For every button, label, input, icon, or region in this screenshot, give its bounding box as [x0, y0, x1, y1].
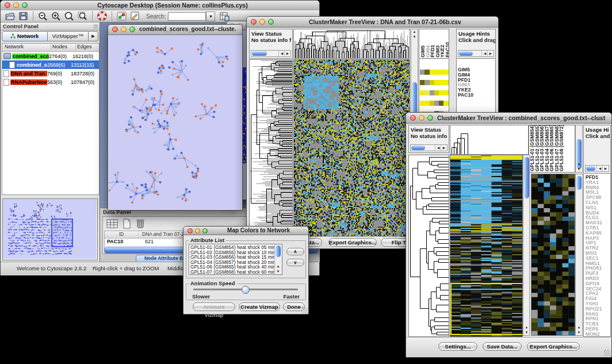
resize-grip[interactable]: [301, 307, 308, 313]
scroll-right-icon[interactable]: ▶: [441, 145, 447, 151]
column-label[interactable]: GPL51-08 (GSM872): [559, 125, 564, 171]
treeview-dna-titlebar[interactable]: ClusterMaker TreeView : DNA and Tran 07-…: [247, 17, 498, 28]
column-dendrogram-panel[interactable]: [293, 29, 410, 59]
zoom-button[interactable]: [427, 115, 433, 121]
scrollbar-thumb[interactable]: [411, 145, 425, 150]
dialog-titlebar[interactable]: Map Colors to Network: [183, 227, 308, 235]
scrollbar-thumb[interactable]: [252, 51, 267, 56]
scroll-down-icon[interactable]: ▼: [576, 167, 582, 172]
network-list-row[interactable]: combined_sco2569(6)13112(15): [2, 60, 99, 69]
scroll-up-icon[interactable]: ▲: [275, 264, 281, 269]
row-dendrogram-panel[interactable]: [249, 59, 293, 237]
close-button[interactable]: [188, 228, 193, 233]
table-grid-icon[interactable]: [106, 219, 118, 229]
minimize-button[interactable]: [195, 228, 200, 233]
column-labels-scrollbar[interactable]: ▲ ▼: [575, 125, 583, 173]
matrix-cell[interactable]: [420, 90, 424, 95]
scrollbar-thumb[interactable]: [459, 51, 473, 56]
move-down-button[interactable]: ∨: [286, 259, 304, 266]
scroll-up-icon[interactable]: ▲: [576, 325, 582, 330]
matrix-cell[interactable]: [439, 101, 443, 106]
birdseye-viewport-rect[interactable]: [51, 219, 73, 247]
close-button[interactable]: [251, 19, 257, 25]
zoom-heatmap-scrollbar[interactable]: ▲ ▼: [575, 174, 583, 336]
resize-grip[interactable]: [604, 350, 610, 356]
similarity-matrix-heatmap[interactable]: [420, 70, 449, 99]
import-table-icon[interactable]: [219, 11, 230, 21]
view-status-scrollbar[interactable]: ◀ ▶: [410, 144, 447, 151]
create-vizmap-button[interactable]: Create Vizmap: [239, 302, 280, 311]
matrix-cell[interactable]: [439, 90, 443, 95]
open-file-icon[interactable]: [5, 11, 16, 21]
row-dendrogram-canvas[interactable]: [409, 155, 449, 336]
attribute-list-scrollbar[interactable]: ▲ ▼: [274, 244, 282, 274]
close-button[interactable]: [112, 26, 118, 32]
matrix-cell[interactable]: [443, 101, 448, 106]
zoom-button[interactable]: [268, 19, 274, 25]
column-header-network[interactable]: Network: [2, 44, 51, 51]
export-graphics-button[interactable]: Export Graphics...: [527, 342, 580, 351]
scroll-up-icon[interactable]: ▲: [576, 162, 582, 167]
minimize-button[interactable]: [121, 26, 127, 32]
zoom-button[interactable]: [129, 26, 135, 32]
matrix-cell[interactable]: [430, 101, 434, 106]
cytoscape-titlebar[interactable]: Cytoscape Desktop (Session Name: collins…: [1, 1, 319, 11]
scroll-down-icon[interactable]: ▼: [411, 35, 418, 40]
minimize-button[interactable]: [419, 115, 424, 121]
column-dendrogram-canvas[interactable]: [450, 125, 528, 154]
birdseye-canvas[interactable]: [3, 199, 96, 259]
zoom-heatmap-canvas[interactable]: [531, 174, 575, 335]
scroll-up-icon[interactable]: ▲: [523, 325, 530, 330]
scroll-right-icon[interactable]: ▶: [284, 51, 290, 56]
attribute-listbox[interactable]: GPL51-01 (GSM854) heat shock 05 minGPL51…: [189, 244, 282, 275]
save-data-button[interactable]: Save Data...: [483, 342, 522, 351]
delete-attribute-trash-icon[interactable]: [135, 218, 146, 229]
matrix-cell[interactable]: [434, 80, 439, 85]
network-list-row[interactable]: combined_scores2764(0)16218(0): [2, 52, 99, 60]
scroll-right-icon[interactable]: ▶: [487, 51, 494, 56]
scrollbar-thumb[interactable]: [524, 157, 529, 198]
matrix-cell[interactable]: [424, 101, 429, 106]
network-list-row[interactable]: DNA and Tran 07769(0)183728(0): [2, 69, 99, 78]
column-dendrogram-panel[interactable]: [450, 125, 529, 155]
usage-hints-scrollbar[interactable]: ◀ ▶: [458, 50, 494, 57]
scrollbar-thumb[interactable]: [576, 176, 582, 190]
tab-network[interactable]: Network: [2, 31, 48, 41]
minimize-button[interactable]: [13, 2, 19, 8]
vizmap-icon[interactable]: [116, 11, 127, 21]
matrix-cell[interactable]: [420, 70, 424, 75]
zoom-heatmap-panel[interactable]: [531, 174, 575, 336]
scroll-up-icon[interactable]: ▲: [411, 29, 418, 35]
birdseye-view[interactable]: [2, 198, 98, 260]
matrix-cell[interactable]: [424, 90, 429, 95]
close-button[interactable]: [5, 2, 10, 8]
view-status-scrollbar[interactable]: ◀ ▶: [251, 50, 291, 57]
network-view-canvas[interactable]: [109, 35, 242, 209]
matrix-cell[interactable]: [420, 101, 424, 106]
move-up-button[interactable]: ∧: [286, 248, 304, 255]
heatmap-vertical-scrollbar[interactable]: ▲ ▼: [523, 155, 530, 336]
matrix-cell[interactable]: [434, 90, 439, 95]
heatmap-selection-rect[interactable]: [450, 283, 523, 335]
zoom-in-icon[interactable]: [51, 11, 62, 21]
column-header-edges[interactable]: Edges: [76, 44, 99, 51]
float-panel-icon[interactable]: ◳: [93, 22, 98, 30]
minimize-button[interactable]: [259, 19, 265, 25]
scrollbar-thumb[interactable]: [276, 246, 281, 257]
speed-slider-thumb[interactable]: [242, 286, 250, 294]
treeview-combined-titlebar[interactable]: ClusterMaker TreeView : combined_scores_…: [406, 113, 611, 124]
row-label[interactable]: PAC10: [458, 93, 495, 98]
matrix-cell[interactable]: [443, 90, 448, 95]
matrix-cell[interactable]: [443, 80, 448, 85]
heatmap-panel[interactable]: [293, 59, 410, 237]
search-dropdown-button[interactable]: ▼: [206, 12, 215, 21]
animate-vizmap-button[interactable]: Animate Vizmap: [193, 302, 235, 311]
zoom-button[interactable]: [202, 228, 208, 233]
settings-button[interactable]: Settings...: [438, 342, 477, 351]
tab-vizmapper[interactable]: VizMapper™: [48, 31, 89, 41]
close-button[interactable]: [410, 115, 416, 121]
zoom-button[interactable]: [22, 2, 28, 8]
row-dendrogram-canvas[interactable]: [250, 60, 292, 236]
zoom-out-icon[interactable]: [37, 11, 48, 21]
export-graphics-button[interactable]: Export Graphics...: [328, 238, 377, 247]
